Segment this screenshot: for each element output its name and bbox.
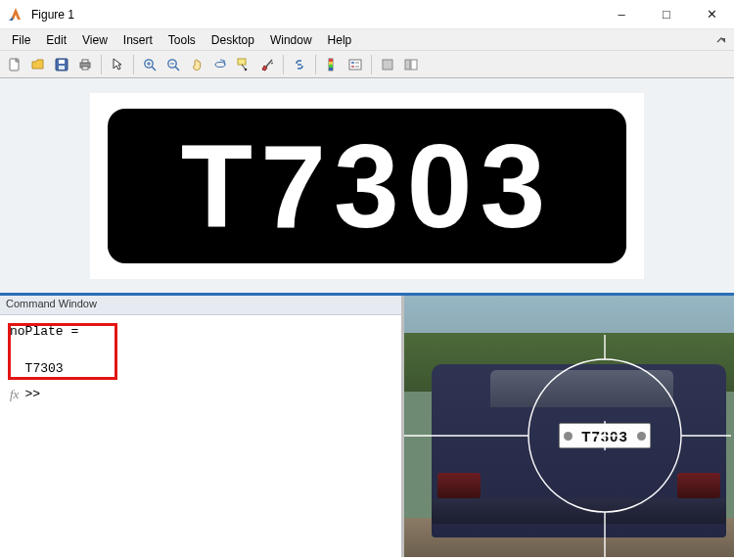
zoom-out-button[interactable] [162, 54, 184, 75]
open-file-button[interactable] [27, 54, 49, 75]
edit-plot-button[interactable] [107, 54, 128, 75]
minimize-button[interactable]: – [599, 0, 644, 28]
menu-help[interactable]: Help [320, 31, 360, 49]
legend-button[interactable] [344, 54, 366, 75]
menu-desktop[interactable]: Desktop [204, 31, 262, 49]
svg-rect-23 [329, 65, 333, 68]
fx-icon[interactable]: fx [10, 387, 19, 402]
svg-rect-2 [59, 60, 65, 64]
svg-rect-24 [329, 68, 333, 70]
menu-window[interactable]: Window [262, 31, 320, 49]
menu-view[interactable]: View [74, 31, 115, 49]
menu-file[interactable]: File [4, 31, 38, 49]
link-plot-button[interactable] [289, 54, 310, 75]
hide-plot-tools-button[interactable] [377, 54, 398, 75]
svg-rect-6 [82, 67, 88, 70]
new-figure-button[interactable] [4, 54, 25, 75]
svg-point-14 [215, 62, 225, 67]
car-photo-panel[interactable]: T7303 [404, 296, 734, 557]
svg-point-17 [245, 68, 248, 70]
car-taillight-right [677, 473, 720, 498]
svg-rect-32 [411, 60, 417, 70]
close-button[interactable]: ✕ [689, 0, 734, 28]
pan-button[interactable] [186, 54, 207, 75]
plate-image: T7303 [90, 93, 644, 279]
data-cursor-button[interactable] [233, 54, 254, 75]
zoom-in-button[interactable] [139, 54, 161, 75]
car-plate-text: T7303 [581, 428, 628, 444]
command-window-title: Command Window [0, 296, 401, 315]
svg-rect-21 [329, 59, 333, 62]
svg-line-12 [175, 67, 179, 70]
menu-edit[interactable]: Edit [38, 31, 74, 49]
svg-rect-25 [349, 60, 361, 70]
save-figure-button[interactable] [51, 54, 72, 75]
plate-text-large: T7303 [181, 127, 553, 245]
rotate-button[interactable] [209, 54, 231, 75]
command-prompt: >> [24, 387, 40, 401]
svg-rect-5 [82, 60, 88, 63]
menu-bar: File Edit View Insert Tools Desktop Wind… [0, 29, 734, 51]
window-title: Figure 1 [31, 8, 599, 22]
print-figure-button[interactable] [74, 54, 96, 75]
car-license-plate: T7303 [559, 423, 651, 448]
command-window-body[interactable]: noPlate = T7303 fx >> [0, 315, 401, 557]
command-window-panel: Command Window noPlate = T7303 fx >> [0, 296, 404, 557]
menu-tools[interactable]: Tools [161, 31, 204, 49]
svg-rect-15 [238, 59, 246, 65]
show-plot-tools-button[interactable] [400, 54, 422, 75]
svg-line-8 [152, 67, 156, 70]
car-taillight-left [437, 473, 481, 498]
menu-insert[interactable]: Insert [115, 31, 161, 49]
svg-rect-31 [405, 60, 410, 70]
toolbar [0, 51, 734, 78]
svg-rect-22 [329, 62, 333, 65]
svg-rect-30 [383, 60, 392, 70]
title-bar: Figure 1 – □ ✕ [0, 0, 734, 29]
highlight-annotation [8, 323, 117, 380]
svg-rect-3 [59, 66, 65, 70]
plate-binary-region: T7303 [108, 109, 626, 263]
matlab-icon [8, 7, 23, 23]
car-bumper [432, 498, 726, 524]
figure-canvas[interactable]: T7303 [0, 78, 734, 296]
car-rear-window [490, 370, 673, 407]
brush-button[interactable] [256, 54, 278, 75]
dock-chevron-icon[interactable] [712, 31, 730, 49]
car-body [432, 364, 726, 537]
colorbar-button[interactable] [321, 54, 343, 75]
maximize-button[interactable]: □ [644, 0, 689, 28]
